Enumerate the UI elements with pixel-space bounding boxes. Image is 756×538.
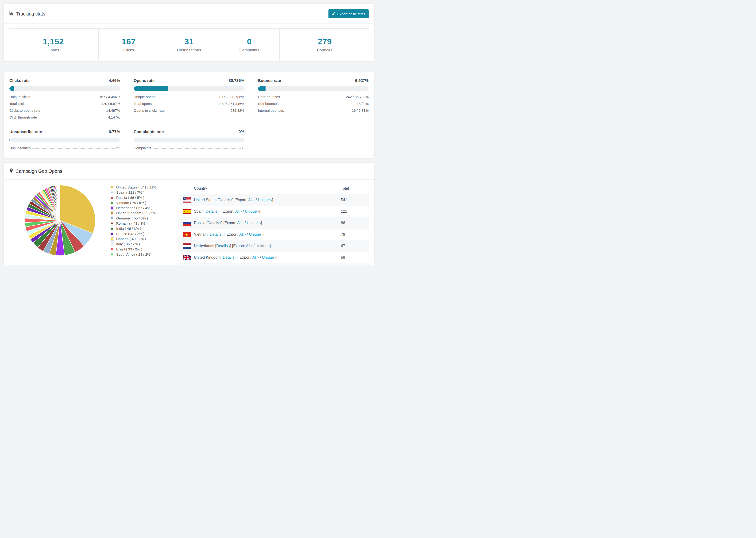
legend-item: Russia ( 86 / 5% ) (111, 195, 176, 199)
legend-swatch-icon (111, 217, 114, 220)
legend-swatch-icon (111, 201, 114, 204)
export-unique-link[interactable]: Unique › (258, 198, 272, 202)
details-link[interactable]: Details › (206, 209, 220, 213)
export-basic-stats-button[interactable]: Export basic stats (328, 9, 369, 18)
export-all-link[interactable]: All › (246, 244, 252, 248)
rate-title: Clicks rate (9, 79, 29, 83)
country-name: United States [ (194, 198, 219, 202)
geo-opens-header: Campaign Geo Opens (4, 163, 374, 180)
summary-label: Complaints (239, 48, 259, 53)
total-cell: 541 (341, 198, 369, 202)
export-unique-link[interactable]: Unique › (262, 255, 276, 259)
dotted-leader (32, 97, 98, 97)
rate-progress-track (134, 86, 244, 91)
rate-value: 0% (239, 130, 244, 134)
summary-value: 31 (184, 37, 194, 46)
stat-line: Total opens 2,303 / 61.446% (134, 102, 244, 106)
dotted-leader (32, 148, 115, 149)
summary-label: Bounces (317, 48, 333, 53)
country-text: Vietnam [Details ›] [Export: All › / Uni… (194, 232, 264, 237)
export-unique-link[interactable]: Unique › (255, 244, 270, 248)
rates-card: Clicks rate 4.46% Unique clicks 167 / 4.… (4, 72, 374, 158)
stat-line: Clicks to opens rate 14.497% (9, 108, 120, 112)
country-cell: Netherlands [Details ›] [Export: All › /… (179, 243, 341, 249)
summary-box-clicks: 167 Clicks (99, 28, 159, 61)
legend-label: Brazil ( 33 / 2% ) (116, 247, 142, 251)
stat-value: 4.147% (108, 115, 120, 119)
legend-swatch-icon (111, 191, 114, 194)
export-all-link[interactable]: All › (252, 255, 259, 259)
rate-title: Complaints rate (134, 130, 164, 134)
export-unique-link[interactable]: Unique › (249, 232, 263, 237)
rate-progress-fill (9, 86, 14, 91)
dotted-leader (42, 111, 104, 111)
stat-value: 0 (242, 146, 244, 150)
column-header-total: Total (341, 183, 369, 194)
rate-head: Bounce rate 6.927% (258, 79, 369, 83)
legend-label: Spain ( 121 / 7% ) (116, 190, 144, 194)
viewport-cut-edge (0, 265, 378, 269)
geo-content: United States ( 541 / 31% ) Spain ( 121 … (4, 180, 374, 269)
geo-pie-chart[interactable] (9, 183, 111, 269)
details-link[interactable]: Details › (210, 232, 224, 237)
export-all-link[interactable]: All › (237, 221, 244, 225)
rate-progress-track (9, 137, 120, 142)
legend-item: Netherlands ( 67 / 4% ) (111, 206, 176, 210)
legend-swatch-icon (111, 186, 114, 189)
export-all-link[interactable]: All › (235, 209, 242, 213)
legend-swatch-icon (111, 248, 114, 251)
legend-swatch-icon (111, 253, 114, 256)
country-cell: United Kingdom [Details ›] [Export: All … (179, 255, 341, 260)
stat-line: Soft bounces 18 / 0% (258, 102, 369, 106)
stat-value: 2,303 / 61.446% (219, 102, 244, 106)
export-icon (332, 12, 336, 16)
stat-value: 167 / 4.456% (99, 95, 120, 99)
dotted-leader (280, 104, 355, 104)
rate-head: Clicks rate 4.46% (9, 79, 120, 83)
geo-table: Country Total United States [Details ›] … (179, 183, 369, 269)
export-all-link[interactable]: All › (240, 232, 246, 237)
legend-label: South Africa ( 29 / 2% ) (116, 252, 152, 256)
summary-value: 167 (122, 37, 136, 46)
flag-icon-gb (183, 255, 190, 260)
legend-item: Canada ( 40 / 2% ) (111, 237, 176, 241)
country-text: Spain [Details ›] [Export: All › / Uniqu… (194, 209, 260, 214)
geo-table-body: United States [Details ›] [Export: All ›… (179, 194, 369, 269)
rate-panel: Opens rate 30.736% Unique opens 1,152 / … (134, 79, 244, 119)
dotted-leader (282, 97, 344, 97)
dotted-leader (153, 148, 241, 149)
stat-label: Opens to clicks rate (134, 108, 165, 112)
geo-table-row: United Kingdom [Details ›] [Export: All … (179, 252, 369, 263)
geo-opens-title: Campaign Geo Opens (9, 168, 62, 174)
stat-line: Internal bounces 19 / 6.81% (258, 108, 369, 112)
country-text: Russia [Details ›] [Export: All › / Uniq… (194, 221, 262, 225)
legend-item: Germany ( 55 / 3% ) (111, 216, 176, 220)
total-cell: 59 (341, 255, 369, 260)
legend-label: Netherlands ( 67 / 4% ) (116, 206, 152, 210)
rate-progress-fill (258, 86, 266, 91)
rate-progress-track (134, 137, 244, 142)
stat-value: 14.497% (106, 108, 120, 112)
total-cell: 86 (341, 221, 369, 225)
stat-label: Unique clicks (9, 95, 30, 99)
geo-table-row: United States [Details ›] [Export: All ›… (179, 194, 369, 206)
details-link[interactable]: Details › (223, 255, 237, 259)
stat-line: Complaints 0 (134, 146, 244, 150)
summary-label: Unsubscribes (177, 48, 201, 53)
bar-chart-icon (9, 11, 14, 17)
details-link[interactable]: Details › (207, 221, 221, 225)
geo-table-row: Netherlands [Details ›] [Export: All › /… (179, 240, 369, 252)
rate-head: Opens rate 30.736% (134, 79, 244, 83)
stat-value: 220 / 5.87% (101, 102, 120, 106)
rate-rows: Complaints 0 (134, 146, 244, 150)
stat-value: 18 / 0% (357, 102, 369, 106)
stat-line: Total clicks 220 / 5.87% (9, 102, 120, 106)
stat-label: Hard bounces (258, 95, 280, 99)
details-link[interactable]: Details › (216, 244, 230, 248)
details-link[interactable]: Details › (219, 198, 233, 202)
location-pin-icon (9, 168, 13, 174)
export-unique-link[interactable]: Unique › (245, 209, 259, 213)
page-title: Tracking stats (16, 11, 45, 17)
export-all-link[interactable]: All › (248, 198, 255, 202)
export-unique-link[interactable]: Unique › (247, 221, 261, 225)
